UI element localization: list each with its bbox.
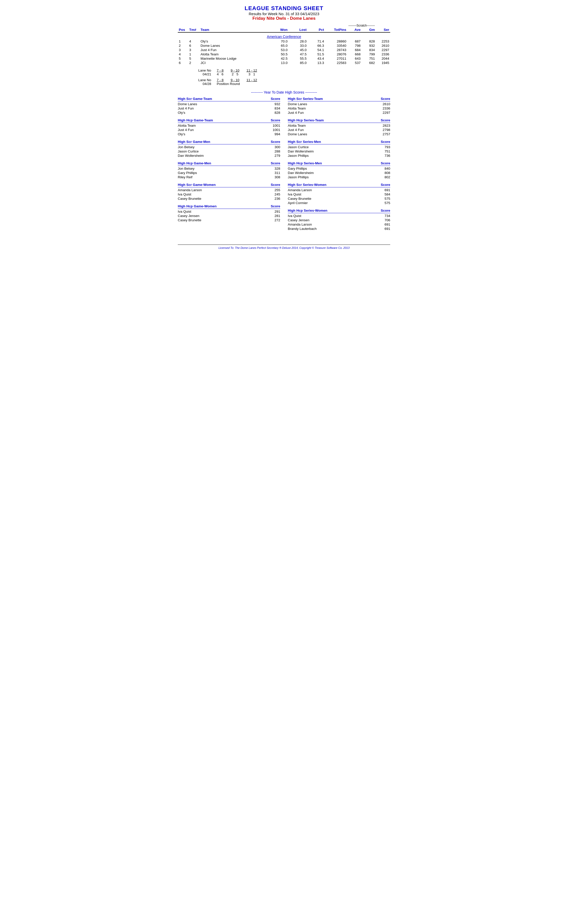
team-gm: 682	[362, 61, 376, 65]
col-header-lost: Lost	[289, 27, 308, 32]
team-lost: 55.5	[289, 56, 308, 61]
team-tm: 1	[188, 52, 199, 56]
hs-score-label: Score	[381, 162, 390, 165]
hs-category-header: High Hcp Series-WomenScore	[288, 208, 390, 213]
hs-score-label: Score	[381, 183, 390, 187]
hs-entry-score: 2757	[378, 132, 390, 136]
hs-category-header: High Scr Series-MenScore	[288, 140, 390, 144]
hs-entry-score: 793	[378, 145, 390, 149]
hs-entry-name: Just 4 Fun	[288, 111, 304, 115]
hs-left-col: High Scr Game-TeamScoreDome Lanes932Just…	[178, 97, 280, 234]
team-ser: 2044	[376, 56, 390, 61]
hs-entry-row: Oly's994	[178, 132, 280, 136]
hs-entry-score: 828	[267, 111, 280, 115]
hs-entry-score: 328	[267, 167, 280, 171]
hs-category-header: High Hcp Series-MenScore	[288, 162, 390, 166]
col-header-gm: Gm	[362, 27, 376, 32]
team-pos: 6	[178, 61, 188, 65]
hs-entry-row: Iva Quist584	[288, 192, 390, 196]
hs-entry-score: 308	[267, 175, 280, 179]
hs-entry-row: Jason Curtice793	[288, 145, 390, 149]
hs-category-header: High Scr Game-WomenScore	[178, 183, 280, 187]
hs-entry-score: 255	[267, 188, 280, 192]
lane-range-2a: 7 - 8	[213, 78, 227, 82]
team-ser: 2253	[376, 39, 390, 44]
hs-entry-score: 1001	[267, 124, 280, 127]
hs-entry-row: Jon Belsey300	[178, 145, 280, 149]
hs-entry-name: Jason Curtice	[288, 145, 309, 149]
hs-entry-score: 691	[378, 222, 390, 226]
hs-entry-row: Gary Phillips840	[288, 166, 390, 171]
hs-entry-row: Gary Phillips311	[178, 171, 280, 175]
team-pos: 1	[178, 39, 188, 44]
hs-entry-row: Casey Jensen706	[288, 218, 390, 222]
lane-range-1a: 7 - 8	[213, 68, 227, 72]
hs-entry-name: Dome Lanes	[178, 102, 197, 106]
hs-entry-score: 575	[378, 197, 390, 201]
hs-entry-name: Casey Brunette	[178, 218, 201, 222]
hs-category: High Scr Game-TeamScoreDome Lanes932Just…	[178, 97, 280, 115]
team-ave: 798	[347, 44, 362, 48]
hs-entry-row: Just 4 Fun834	[178, 106, 280, 110]
col-header-team: Team	[199, 27, 269, 32]
hs-category: High Hcp Game-MenScoreJon Belsey328Gary …	[178, 162, 280, 179]
col-header-tm: Tm#	[188, 27, 199, 32]
team-pos: 3	[178, 48, 188, 52]
hs-score-label: Score	[381, 208, 390, 213]
hs-entry-name: Iva Quist	[178, 192, 191, 196]
team-ser: 2336	[376, 52, 390, 56]
team-won: 70.0	[270, 39, 289, 44]
hs-entry-name: Amanda Larson	[288, 222, 312, 226]
hs-entry-row: Dan Wollersheim808	[288, 171, 390, 175]
hs-entry-score: 932	[267, 102, 280, 106]
team-won: 50.5	[270, 52, 289, 56]
hs-score-label: Score	[270, 118, 280, 122]
lane-label-1: Lane No	[193, 68, 213, 72]
col-header-totpins: TotPins	[325, 27, 347, 32]
hs-entry-score: 840	[378, 167, 390, 171]
team-lost: 47.5	[289, 52, 308, 56]
team-tm: 2	[188, 61, 199, 65]
team-gm: 751	[362, 56, 376, 61]
hs-entry-name: Jason Phillips	[288, 154, 309, 157]
hs-category-label: High Hcp Game-Women	[178, 204, 217, 208]
high-scores-grid: High Scr Game-TeamScoreDome Lanes932Just…	[178, 97, 390, 234]
page-header: LEAGUE STANDING SHEET Results for Week N…	[178, 5, 390, 21]
hs-entry-score: 288	[267, 149, 280, 153]
hs-entry-score: 2297	[378, 111, 390, 115]
hs-entry-name: Riley Reif	[178, 175, 192, 179]
hs-score-label: Score	[270, 162, 280, 165]
team-won: 13.0	[270, 61, 289, 65]
hs-entry-name: Casey Brunette	[178, 197, 201, 201]
hs-entry-name: Just 4 Fun	[178, 128, 194, 132]
hs-entry-row: Dan Wollersheim279	[178, 154, 280, 158]
hs-category-label: High Hcp Series-Men	[288, 162, 322, 165]
hs-entry-row: Jason Curtice288	[178, 149, 280, 154]
lane-note-2: Position Round	[213, 82, 261, 86]
hs-entry-score: 2610	[378, 102, 390, 106]
team-gm: 828	[362, 39, 376, 44]
hs-entry-name: Dan Wollersheim	[178, 154, 204, 157]
hs-entry-row: Just 4 Fun1001	[178, 128, 280, 132]
standings-row: 3 3 Just 4 Fun 53.0 45.0 54.1 28743 684 …	[178, 48, 390, 52]
hs-category: High Hcp Series-TeamScoreAlotta Team2823…	[288, 118, 390, 136]
team-ser: 2297	[376, 48, 390, 52]
team-lost: 28.0	[289, 39, 308, 44]
hs-entry-score: 734	[378, 214, 390, 218]
hs-entry-score: 575	[378, 201, 390, 205]
team-totpins: 33540	[325, 44, 347, 48]
col-header-pct: Pct	[308, 27, 325, 32]
lane-row-1-vals: 04/21 4 6 2 5 3 1	[193, 72, 261, 76]
hs-entry-score: 706	[378, 218, 390, 222]
hs-entry-row: Amanda Larson691	[288, 188, 390, 192]
team-name: Just 4 Fun	[199, 48, 269, 52]
hs-entry-score: 279	[267, 154, 280, 157]
team-lost: 85.0	[289, 61, 308, 65]
hs-entry-name: Alotta Team	[288, 106, 306, 110]
team-pct: 51.5	[308, 52, 325, 56]
team-gm: 834	[362, 48, 376, 52]
standings-row: 1 4 Oly's 70.0 28.0 71.4 28860 687 828 2…	[178, 39, 390, 44]
hs-entry-name: Dan Wollersheim	[288, 149, 314, 153]
hs-entry-row: Casey Brunette236	[178, 196, 280, 201]
team-ave: 643	[347, 56, 362, 61]
